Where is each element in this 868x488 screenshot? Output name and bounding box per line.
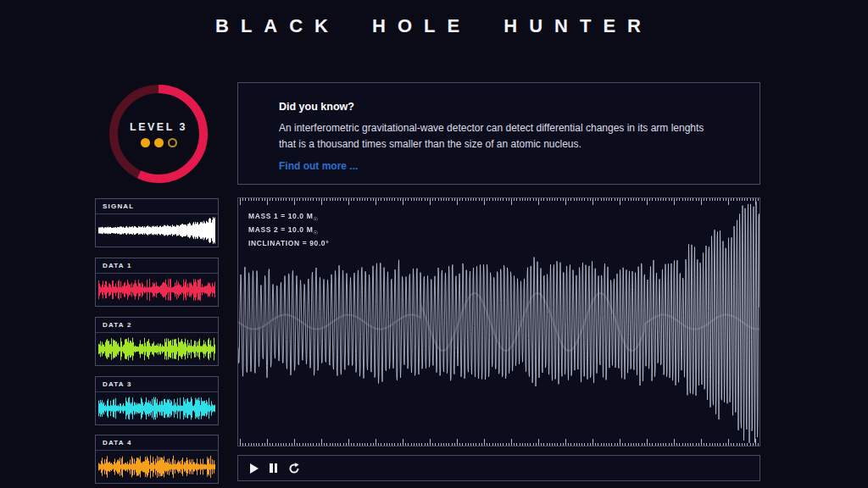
data-4-panel[interactable]: DATA 4 [95,435,219,484]
play-icon [250,463,259,474]
data-3-panel[interactable]: DATA 3 [95,376,219,425]
data-3-waveform [96,392,218,424]
data-3-panel-label: DATA 3 [96,377,218,392]
did-you-know-text: An interferometric gravitational-wave de… [279,120,709,152]
level-dots [141,138,177,147]
data-1-waveform [96,274,218,306]
level-dot-filled [141,138,150,147]
signal-waveform [96,214,218,247]
signal-panel[interactable]: SIGNAL [95,198,219,247]
inclination-label: INCLINATION = 90.0° [248,236,329,250]
page-title: BLACK HOLE HUNTER [0,15,868,37]
signal-panel-label: SIGNAL [96,199,218,214]
data-4-waveform [96,451,218,483]
level-ring: LEVEL 3 [108,83,209,185]
playback-controls [237,455,760,481]
restart-button[interactable] [288,463,300,474]
data-1-panel-label: DATA 1 [96,258,218,274]
play-button[interactable] [250,463,259,474]
find-out-more-link[interactable]: Find out more ... [279,160,358,172]
pause-button[interactable] [270,463,277,473]
waveform-plot: MASS 1 = 10.0 M☉ MASS 2 = 10.0 M☉ INCLIN… [237,197,760,446]
level-label: LEVEL 3 [130,121,187,133]
data-4-panel-label: DATA 4 [96,435,218,451]
level-dot-empty [168,138,177,147]
restart-icon [288,463,300,474]
did-you-know-box: Did you know? An interferometric gravita… [237,82,760,185]
data-2-panel[interactable]: DATA 2 [95,317,219,366]
level-dot-filled [154,138,164,147]
mass-1-label: MASS 1 = 10.0 M☉ [248,209,329,223]
pause-icon [270,463,273,473]
data-1-panel[interactable]: DATA 1 [95,258,219,307]
mass-2-label: MASS 2 = 10.0 M☉ [248,223,329,236]
data-2-waveform [96,333,218,365]
plot-parameters: MASS 1 = 10.0 M☉ MASS 2 = 10.0 M☉ INCLIN… [248,209,329,250]
data-2-panel-label: DATA 2 [96,318,218,333]
did-you-know-heading: Did you know? [279,101,709,113]
